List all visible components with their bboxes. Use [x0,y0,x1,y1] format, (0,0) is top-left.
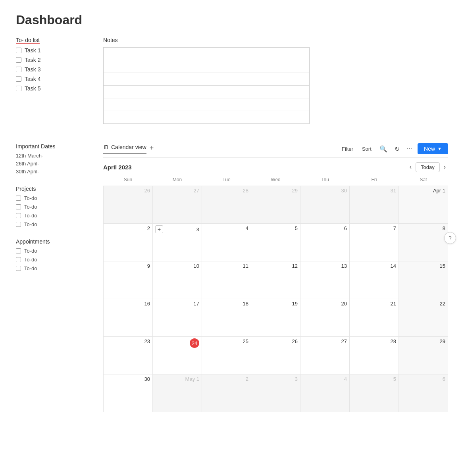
day-number: 3 [196,226,199,232]
calendar-cell-3-3[interactable]: 19 [251,299,300,337]
calendar-cell-5-3[interactable]: 3 [251,374,300,412]
calendar-cell-3-5[interactable]: 21 [350,299,399,337]
prev-month-button[interactable]: ‹ [407,162,414,172]
task-checkbox-3[interactable] [16,67,21,72]
calendar-cell-5-5[interactable]: 5 [350,374,399,412]
weekday-sat: Sat [399,175,448,186]
appt-checkbox-2[interactable] [16,266,21,271]
calendar-cell-3-4[interactable]: 20 [300,299,350,337]
project-checkbox-0[interactable] [16,196,21,201]
day-number: 6 [401,376,445,382]
notes-line-6 [104,111,309,124]
appt-checkbox-1[interactable] [16,257,21,262]
calendar-cell-0-4[interactable]: 30 [300,186,350,224]
calendar-cell-2-4[interactable]: 13 [300,261,350,299]
calendar-cell-5-6[interactable]: 6 [399,374,448,412]
calendar-cell-2-6[interactable]: 15 [399,261,448,299]
calendar-cell-1-5[interactable]: 7 [350,224,399,261]
calendar-cell-3-2[interactable]: 18 [202,299,251,337]
calendar-cell-5-0[interactable]: 30 [104,374,153,412]
day-number: 27 [155,188,199,194]
task-label-1: Task 1 [25,47,40,54]
calendar-cell-1-6[interactable]: 8 [399,224,448,261]
day-number: 8 [401,225,445,231]
weekday-row: SunMonTueWedThuFriSat [104,175,448,186]
calendar-cell-2-5[interactable]: 14 [350,261,399,299]
nav-controls: ‹ Today › [407,162,448,172]
calendar-cell-4-3[interactable]: 26 [251,337,300,374]
day-number: 28 [352,338,396,344]
day-number: 9 [106,263,150,269]
weekday-thu: Thu [300,175,350,186]
notes-line-5 [104,98,309,111]
calendar-row-1: 2+345678 [104,224,448,261]
calendar-cell-2-0[interactable]: 9 [104,261,153,299]
search-icon: 🔍 [379,146,387,152]
calendar-view-tab[interactable]: 🗓 Calendar view [103,144,146,154]
task-label-3: Task 3 [25,66,40,73]
calendar-cell-2-1[interactable]: 10 [153,261,202,299]
calendar-cell-5-2[interactable]: 2 [202,374,251,412]
day-number: 3 [254,376,298,382]
calendar-cell-5-4[interactable]: 4 [300,374,350,412]
task-label-4: Task 4 [25,76,40,82]
calendar-section: 🗓 Calendar view + Filter Sort 🔍 ↻ ··· [103,143,448,412]
add-tab-button[interactable]: + [150,144,154,154]
help-button[interactable]: ? [444,232,456,244]
more-options-button[interactable]: ··· [405,144,414,154]
calendar-cell-1-3[interactable]: 5 [251,224,300,261]
calendar-cell-0-3[interactable]: 29 [251,186,300,224]
cell-add-button[interactable]: + [155,225,163,233]
calendar-cell-1-4[interactable]: 6 [300,224,350,261]
next-month-button[interactable]: › [441,162,448,172]
filter-button[interactable]: Filter [339,144,356,154]
appointments-title: Appointments [16,238,87,245]
bottom-section: Important Dates 12th March-26th April-30… [16,143,448,412]
calendar-cell-4-0[interactable]: 23 [104,337,153,374]
new-button[interactable]: New ▼ [418,143,448,154]
ellipsis-icon: ··· [407,145,412,152]
search-button[interactable]: 🔍 [378,144,389,154]
new-label: New [424,146,435,152]
calendar-cell-4-2[interactable]: 25 [202,337,251,374]
project-checkbox-1[interactable] [16,204,21,209]
day-number: 22 [401,301,445,307]
day-number: 28 [204,188,248,194]
calendar-grid: SunMonTueWedThuFriSat 262728293031Apr 12… [103,175,448,412]
calendar-cell-4-4[interactable]: 27 [300,337,350,374]
calendar-cell-3-0[interactable]: 16 [104,299,153,337]
calendar-cell-0-2[interactable]: 28 [202,186,251,224]
day-number: 29 [401,338,445,344]
calendar-cell-2-2[interactable]: 11 [202,261,251,299]
project-checkbox-2[interactable] [16,213,21,218]
calendar-cell-0-6[interactable]: Apr 1 [399,186,448,224]
calendar-cell-3-6[interactable]: 22 [399,299,448,337]
calendar-cell-4-6[interactable]: 29 [399,337,448,374]
calendar-cell-0-1[interactable]: 27 [153,186,202,224]
today-button[interactable]: Today [416,162,440,172]
calendar-cell-0-0[interactable]: 26 [104,186,153,224]
project-item-2: To-do [16,213,87,219]
calendar-cell-5-1[interactable]: May 1 [153,374,202,412]
calendar-cell-3-1[interactable]: 17 [153,299,202,337]
calendar-cell-1-2[interactable]: 4 [202,224,251,261]
calendar-cell-4-5[interactable]: 28 [350,337,399,374]
sort-button[interactable]: Sort [360,144,374,154]
task-checkbox-4[interactable] [16,76,21,82]
day-number: 31 [352,188,396,194]
date-item-1: 26th April- [16,161,87,167]
task-checkbox-2[interactable] [16,57,21,63]
project-checkbox-3[interactable] [16,222,21,227]
calendar-cell-0-5[interactable]: 31 [350,186,399,224]
calendar-cell-1-1[interactable]: +3 [153,224,202,261]
calendar-row-2: 9101112131415 [104,261,448,299]
refresh-button[interactable]: ↻ [393,144,401,154]
calendar-cell-2-3[interactable]: 12 [251,261,300,299]
task-checkbox-5[interactable] [16,86,21,91]
task-checkbox-1[interactable] [16,48,21,53]
calendar-cell-4-1[interactable]: 24 [153,337,202,374]
project-label-1: To-do [24,204,37,210]
calendar-cell-1-0[interactable]: 2 [104,224,153,261]
appt-checkbox-0[interactable] [16,248,21,253]
day-number: 16 [106,301,150,307]
